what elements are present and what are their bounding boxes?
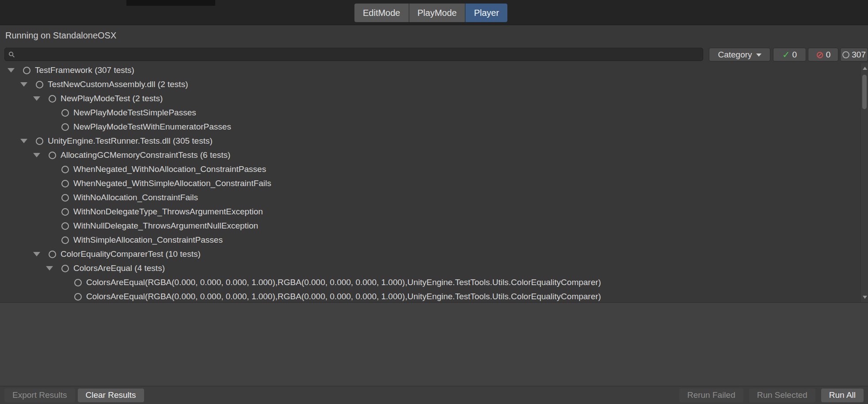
- test-status-circle-icon: [36, 81, 43, 88]
- footer-right-buttons: Rerun FailedRun SelectedRun All: [679, 389, 864, 402]
- chevron-down-icon: [756, 53, 761, 57]
- foldout-arrow[interactable]: [32, 153, 49, 157]
- top-bar: EditModePlayModePlayer: [0, 0, 868, 25]
- mode-tabs: EditModePlayModePlayer: [354, 4, 507, 22]
- window-tab[interactable]: [126, 0, 215, 6]
- search-input[interactable]: [18, 50, 703, 60]
- scroll-up-arrow-icon[interactable]: [863, 67, 867, 70]
- run-selected-button: Run Selected: [749, 389, 815, 402]
- test-label: UnityEngine.TestRunner.Tests.dll (305 te…: [48, 136, 213, 146]
- foldout-arrow[interactable]: [6, 68, 23, 72]
- tree-row[interactable]: WithNoAllocation_ConstraintFails: [0, 191, 868, 205]
- tree-row[interactable]: WhenNegated_WithSimpleAllocation_Constra…: [0, 176, 868, 191]
- scroll-down-arrow-icon[interactable]: [863, 296, 867, 299]
- triangle-down-icon: [20, 82, 27, 87]
- test-label: WithNoAllocation_ConstraintFails: [73, 193, 198, 202]
- tree-row[interactable]: ColorsAreEqual(RGBA(0.000, 0.000, 0.000,…: [0, 290, 868, 302]
- test-status-circle-icon: [74, 293, 82, 301]
- result-count-buttons: ✓0⊘0307: [773, 48, 868, 61]
- filter-total-button[interactable]: 307: [840, 48, 868, 61]
- tree-row[interactable]: UnityEngine.TestRunner.Tests.dll (305 te…: [0, 134, 868, 148]
- rerun-failed-button: Rerun Failed: [679, 389, 743, 402]
- test-status-circle-icon: [61, 208, 69, 216]
- scrollbar-thumb[interactable]: [862, 75, 867, 109]
- test-status-circle-icon: [61, 236, 69, 244]
- tree-row[interactable]: WithNonDelegateType_ThrowsArgumentExcept…: [0, 205, 868, 219]
- footer-left-buttons: Export ResultsClear Results: [4, 389, 144, 402]
- mode-tab-player[interactable]: Player: [465, 4, 507, 22]
- foldout-arrow[interactable]: [32, 252, 49, 256]
- tree-row[interactable]: AllocatingGCMemoryConstraintTests (6 tes…: [0, 148, 868, 162]
- mode-tab-editmode[interactable]: EditMode: [354, 4, 409, 22]
- triangle-down-icon: [33, 252, 40, 256]
- test-label: AllocatingGCMemoryConstraintTests (6 tes…: [61, 150, 230, 160]
- tree-row[interactable]: ColorsAreEqual (4 tests): [0, 261, 868, 275]
- test-label: WithSimpleAllocation_ConstraintPasses: [73, 235, 223, 245]
- tree-row[interactable]: NewPlayModeTestWithEnumeratorPasses: [0, 120, 868, 134]
- tree-row[interactable]: NewPlayModeTestSimplePasses: [0, 106, 868, 120]
- test-label: WhenNegated_WithSimpleAllocation_Constra…: [73, 179, 271, 188]
- test-status-circle-icon: [23, 67, 30, 74]
- test-label: WithNullDelegate_ThrowsArgumentNullExcep…: [73, 221, 258, 231]
- test-status-circle-icon: [49, 251, 56, 258]
- test-status-circle-icon: [74, 279, 82, 286]
- tree-row[interactable]: WhenNegated_WithNoAllocation_ConstraintP…: [0, 162, 868, 176]
- failed-count: 0: [826, 50, 831, 60]
- test-status-circle-icon: [61, 180, 69, 187]
- fail-circle-slash-icon: ⊘: [816, 50, 824, 59]
- test-label: ColorsAreEqual (4 tests): [73, 263, 165, 273]
- test-status-circle-icon: [61, 166, 69, 173]
- passed-count: 0: [792, 50, 797, 60]
- tree-row[interactable]: ColorEqualityComparerTest (10 tests): [0, 247, 868, 261]
- status-bar: Running on StandaloneOSX: [0, 25, 868, 46]
- test-status-circle-icon: [49, 152, 56, 159]
- test-status-circle-icon: [61, 194, 69, 202]
- category-label: Category: [718, 50, 752, 60]
- test-status-circle-icon: [61, 109, 69, 117]
- running-target-label: Running on StandaloneOSX: [5, 30, 116, 41]
- foldout-arrow[interactable]: [19, 82, 36, 87]
- triangle-down-icon: [20, 139, 27, 143]
- tree-row[interactable]: ColorsAreEqual(RGBA(0.000, 0.000, 0.000,…: [0, 275, 868, 290]
- triangle-down-icon: [46, 266, 53, 271]
- filter-passed-button[interactable]: ✓0: [773, 48, 806, 61]
- triangle-down-icon: [8, 68, 15, 72]
- test-status-circle-icon: [61, 123, 69, 131]
- test-label: WithNonDelegateType_ThrowsArgumentExcept…: [73, 207, 263, 217]
- tree-row[interactable]: TestFramework (307 tests): [0, 63, 868, 77]
- test-label: ColorsAreEqual(RGBA(0.000, 0.000, 0.000,…: [86, 292, 601, 301]
- test-status-circle-icon: [49, 95, 56, 103]
- test-label: NewPlayModeTestWithEnumeratorPasses: [73, 122, 231, 132]
- test-status-circle-icon: [61, 265, 69, 272]
- test-status-circle-icon: [36, 137, 43, 145]
- search-field[interactable]: [4, 48, 703, 61]
- test-label: NewPlayModeTest (2 tests): [61, 94, 163, 103]
- tree-row[interactable]: NewPlayModeTest (2 tests): [0, 91, 868, 106]
- filter-bar: Category ✓0⊘0307: [0, 46, 868, 63]
- footer-toolbar: Export ResultsClear Results Rerun Failed…: [0, 386, 868, 404]
- foldout-arrow[interactable]: [32, 96, 49, 101]
- test-label: TestNewCustomAssembly.dll (2 tests): [48, 80, 188, 89]
- test-tree: TestFramework (307 tests)TestNewCustomAs…: [0, 63, 868, 302]
- vertical-scrollbar[interactable]: [860, 63, 868, 302]
- filter-failed-button[interactable]: ⊘0: [808, 48, 838, 61]
- test-label: NewPlayModeTestSimplePasses: [73, 108, 196, 118]
- search-icon: [8, 51, 15, 58]
- foldout-arrow[interactable]: [19, 139, 36, 143]
- triangle-down-icon: [33, 153, 40, 157]
- total-count: 307: [852, 50, 866, 60]
- tree-row[interactable]: WithSimpleAllocation_ConstraintPasses: [0, 233, 868, 247]
- test-label: ColorsAreEqual(RGBA(0.000, 0.000, 0.000,…: [86, 278, 601, 287]
- test-label: TestFramework (307 tests): [35, 65, 134, 75]
- category-dropdown[interactable]: Category: [709, 48, 770, 61]
- pass-check-icon: ✓: [782, 50, 790, 59]
- tree-row[interactable]: WithNullDelegate_ThrowsArgumentNullExcep…: [0, 219, 868, 233]
- test-label: WhenNegated_WithNoAllocation_ConstraintP…: [73, 164, 266, 174]
- tree-row[interactable]: TestNewCustomAssembly.dll (2 tests): [0, 77, 868, 91]
- clear-results-button[interactable]: Clear Results: [78, 389, 144, 402]
- mode-tab-playmode[interactable]: PlayMode: [409, 4, 465, 22]
- foldout-arrow[interactable]: [45, 266, 61, 271]
- test-result-detail-pane: [0, 302, 868, 386]
- run-all-button[interactable]: Run All: [821, 389, 864, 402]
- triangle-down-icon: [33, 96, 40, 101]
